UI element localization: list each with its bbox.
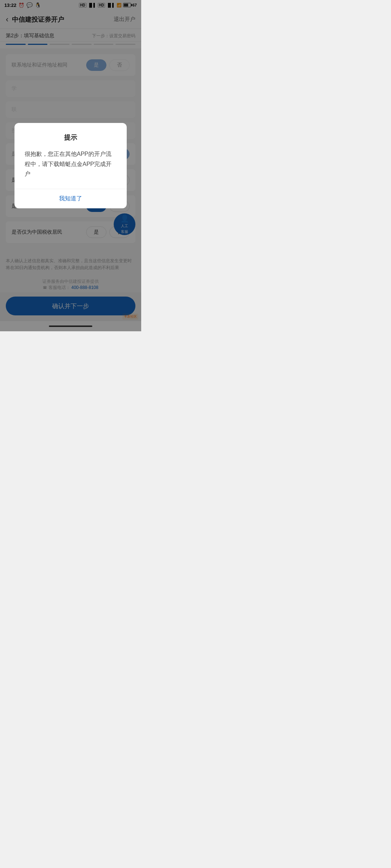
modal-box: 提示 很抱歉，您正在其他APP的开户流程中，请下载蜻蜓点金APP完成开户 我知道… (14, 123, 127, 208)
modal-confirm-button[interactable]: 我知道了 (14, 189, 127, 208)
modal-overlay: 提示 很抱歉，您正在其他APP的开户流程中，请下载蜻蜓点金APP完成开户 我知道… (0, 0, 141, 331)
modal-title: 提示 (14, 123, 127, 148)
modal-body: 很抱歉，您正在其他APP的开户流程中，请下载蜻蜓点金APP完成开户 (14, 148, 127, 189)
